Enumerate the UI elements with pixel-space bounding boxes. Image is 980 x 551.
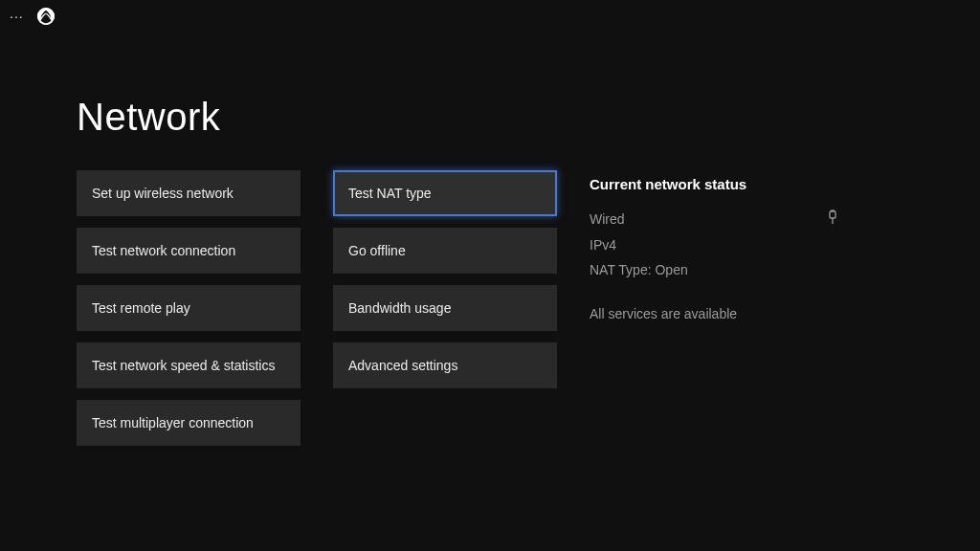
tile-go-offline[interactable]: Go offline: [333, 228, 557, 274]
xbox-logo-icon[interactable]: [37, 8, 55, 25]
status-connection-type: Wired: [590, 209, 838, 228]
tile-test-speed-statistics[interactable]: Test network speed & statistics: [77, 342, 301, 388]
column-1: Set up wireless network Test network con…: [77, 170, 301, 446]
tile-label: Bandwidth usage: [348, 300, 451, 316]
status-nat-label: NAT Type: Open: [590, 262, 688, 277]
topbar: ···: [10, 8, 55, 25]
status-panel: Current network status Wired IPv4 NAT Ty…: [590, 170, 838, 446]
status-wired-label: Wired: [590, 211, 625, 227]
ellipsis-icon[interactable]: ···: [10, 9, 24, 24]
tile-label: Test remote play: [92, 300, 190, 316]
page-title: Network: [77, 96, 220, 139]
tile-advanced-settings[interactable]: Advanced settings: [333, 342, 557, 388]
status-ipv4-label: IPv4: [590, 237, 616, 253]
tile-label: Test NAT type: [348, 186, 432, 201]
tile-test-remote-play[interactable]: Test remote play: [77, 285, 301, 331]
status-ip-version: IPv4: [590, 237, 838, 253]
status-services: All services are available: [590, 306, 838, 321]
tile-test-network-connection[interactable]: Test network connection: [77, 228, 301, 274]
tile-label: Test network speed & statistics: [92, 358, 275, 373]
tile-test-multiplayer[interactable]: Test multiplayer connection: [77, 400, 301, 446]
tile-label: Test network connection: [92, 243, 235, 258]
svg-rect-1: [830, 211, 835, 218]
status-services-label: All services are available: [590, 306, 737, 321]
tile-test-nat-type[interactable]: Test NAT type: [333, 170, 557, 216]
column-2: Test NAT type Go offline Bandwidth usage…: [333, 170, 557, 446]
wired-plug-icon: [827, 209, 838, 228]
settings-columns: Set up wireless network Test network con…: [77, 170, 838, 446]
tile-setup-wireless[interactable]: Set up wireless network: [77, 170, 301, 216]
status-title: Current network status: [590, 176, 838, 192]
tile-label: Go offline: [348, 243, 406, 258]
tile-label: Advanced settings: [348, 358, 457, 373]
tile-bandwidth-usage[interactable]: Bandwidth usage: [333, 285, 557, 331]
status-nat-type: NAT Type: Open: [590, 262, 838, 277]
tile-label: Test multiplayer connection: [92, 415, 254, 430]
tile-label: Set up wireless network: [92, 186, 234, 201]
